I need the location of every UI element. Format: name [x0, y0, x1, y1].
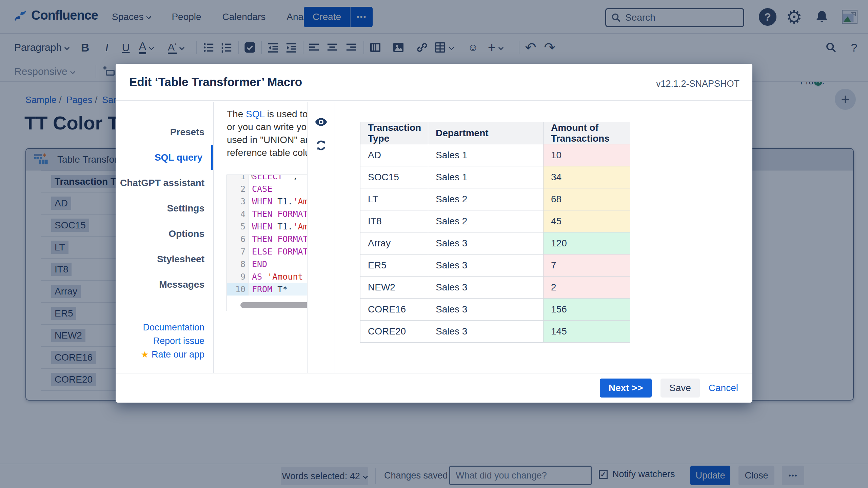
preview-cell-dept: Sales 2	[428, 210, 544, 232]
modal-menu-item[interactable]: ChatGPT assistant	[116, 170, 213, 196]
modal-sidebar: Presets SQL query ChatGPT assistant Sett…	[116, 102, 214, 373]
preview-row: ER5 Sales 3 7	[360, 255, 630, 277]
modal-menu-item[interactable]: Presets	[116, 119, 213, 145]
code-line[interactable]: 7 ELSE FORMAT	[227, 245, 307, 258]
preview-row: SOC15 Sales 1 34	[360, 166, 630, 188]
line-number: 3	[227, 195, 249, 208]
preview-row: LT Sales 2 68	[360, 188, 630, 210]
line-number: 4	[227, 208, 249, 220]
preview-controls	[308, 102, 335, 373]
refresh-icon	[315, 139, 328, 152]
preview-row: CORE20 Sales 3 145	[360, 321, 630, 343]
preview-cell-amount: 68	[544, 188, 630, 210]
preview-cell-dept: Sales 1	[428, 166, 544, 188]
refresh-preview-button[interactable]	[315, 139, 328, 152]
preview-header-row: Transaction TypeDepartmentAmount of Tran…	[360, 122, 630, 144]
line-number: 8	[227, 258, 249, 270]
preview-cell-amount: 45	[544, 210, 630, 232]
preview-cell-dept: Sales 3	[428, 321, 544, 343]
modal-footer: Next >> Save Cancel	[116, 373, 752, 403]
line-number: 1∨	[227, 175, 249, 183]
modal-menu-item[interactable]: Messages	[116, 272, 213, 297]
sql-code-editor[interactable]: 1∨ SELECT , 2 CASE 3 WHEN T1.'Am	[226, 175, 307, 311]
star-icon: ★	[141, 349, 149, 360]
eye-icon	[314, 115, 328, 129]
preview-cell-amount: 2	[544, 277, 630, 299]
horizontal-scrollbar[interactable]	[240, 302, 307, 308]
report-issue-link[interactable]: Report issue	[141, 334, 204, 348]
modal-menu-item[interactable]: Options	[116, 221, 213, 246]
line-number: 10	[227, 283, 249, 296]
preview-cell-amount: 10	[544, 144, 630, 166]
preview-column-header: Transaction Type	[360, 122, 428, 144]
preview-column-header: Amount of Transactions	[544, 122, 630, 144]
preview-eye-button[interactable]	[314, 115, 328, 129]
modal-title: Edit ‘Table Transformer’ Macro	[129, 75, 302, 89]
preview-cell-dept: Sales 3	[428, 232, 544, 255]
preview-cell-dept: Sales 3	[428, 299, 544, 321]
code-line[interactable]: 10 FROM T*	[227, 283, 307, 296]
preview-cell-type: NEW2	[360, 277, 428, 299]
preview-cell-dept: Sales 2	[428, 188, 544, 210]
version-label: v12.1.2-SNAPSHOT	[656, 79, 739, 89]
preview-cell-type: Array	[360, 232, 428, 255]
line-number: 7	[227, 245, 249, 258]
preview-cell-type: ER5	[360, 255, 428, 277]
preview-column-header: Department	[428, 122, 544, 144]
preview-cell-dept: Sales 3	[428, 255, 544, 277]
rate-our-app-link[interactable]: ★Rate our app	[141, 348, 204, 361]
preview-cell-type: AD	[360, 144, 428, 166]
save-button[interactable]: Save	[660, 379, 700, 398]
line-number: 5	[227, 220, 249, 233]
preview-row: IT8 Sales 2 45	[360, 210, 630, 232]
line-number: 2	[227, 183, 249, 195]
code-line[interactable]: 8 END	[227, 258, 307, 270]
next-button[interactable]: Next >>	[600, 379, 652, 398]
preview-area: Transaction TypeDepartmentAmount of Tran…	[335, 102, 752, 373]
preview-cell-dept: Sales 3	[428, 277, 544, 299]
preview-cell-amount: 34	[544, 166, 630, 188]
code-line[interactable]: 5 WHEN T1.'Am	[227, 220, 307, 233]
code-line[interactable]: 3 WHEN T1.'Am	[227, 195, 307, 208]
preview-cell-dept: Sales 1	[428, 144, 544, 166]
preview-cell-amount: 7	[544, 255, 630, 277]
cancel-link[interactable]: Cancel	[709, 383, 738, 393]
edit-macro-modal: Edit ‘Table Transformer’ Macro v12.1.2-S…	[116, 64, 752, 403]
modal-menu-item[interactable]: SQL query	[116, 145, 213, 170]
modal-menu-item[interactable]: Settings	[116, 196, 213, 221]
preview-cell-amount: 145	[544, 321, 630, 343]
code-line[interactable]: 6 THEN FORMAT	[227, 233, 307, 245]
preview-row: CORE16 Sales 3 156	[360, 299, 630, 321]
code-line[interactable]: 4 THEN FORMAT	[227, 208, 307, 220]
preview-cell-type: IT8	[360, 210, 428, 232]
preview-cell-type: CORE20	[360, 321, 428, 343]
preview-cell-amount: 156	[544, 299, 630, 321]
sql-description: The SQL is used to tror you can write yo…	[227, 108, 307, 159]
code-line[interactable]: 2 CASE	[227, 183, 307, 195]
code-line[interactable]: 9 AS 'Amount	[227, 270, 307, 283]
modal-menu-item[interactable]: Stylesheet	[116, 246, 213, 272]
confluence-page: Confluence Spaces People Calendars Analy…	[0, 0, 868, 488]
documentation-link[interactable]: Documentation	[141, 321, 204, 334]
preview-row: NEW2 Sales 3 2	[360, 277, 630, 299]
preview-row: Array Sales 3 120	[360, 232, 630, 255]
preview-table: Transaction TypeDepartmentAmount of Tran…	[360, 122, 630, 343]
preview-cell-type: CORE16	[360, 299, 428, 321]
preview-cell-type: SOC15	[360, 166, 428, 188]
sql-query-panel: The SQL is used to tror you can write yo…	[214, 102, 308, 373]
line-number: 6	[227, 233, 249, 245]
preview-row: AD Sales 1 10	[360, 144, 630, 166]
preview-cell-amount: 120	[544, 232, 630, 255]
preview-cell-type: LT	[360, 188, 428, 210]
code-line[interactable]: 1∨ SELECT ,	[227, 175, 307, 183]
line-number: 9	[227, 270, 249, 283]
fold-icon[interactable]: ∨	[249, 175, 256, 183]
